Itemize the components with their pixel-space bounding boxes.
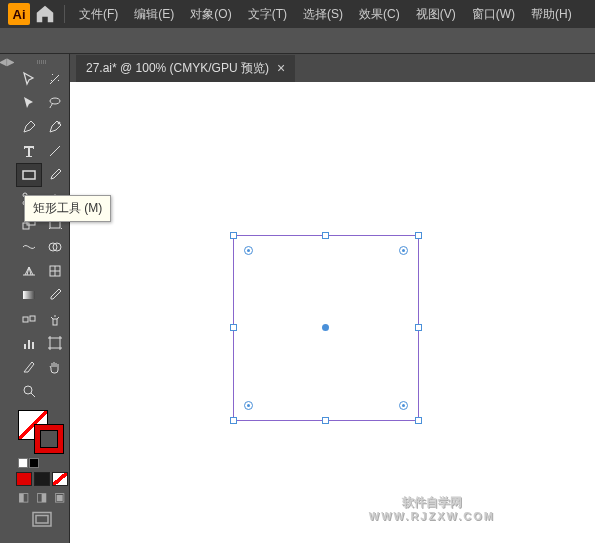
eyedropper-tool[interactable] xyxy=(43,284,67,306)
type-tool[interactable] xyxy=(17,140,41,162)
tab-label: 27.ai* @ 100% (CMYK/GPU 预览) xyxy=(86,60,269,77)
artboard-tool[interactable] xyxy=(43,332,67,354)
magic-wand-tool[interactable] xyxy=(43,68,67,90)
lasso-tool[interactable] xyxy=(43,92,67,114)
corner-widget-ne[interactable] xyxy=(399,246,408,255)
handle-s[interactable] xyxy=(322,417,329,424)
svg-rect-18 xyxy=(50,338,60,348)
selection-tool[interactable] xyxy=(17,68,41,90)
tab-bar: 27.ai* @ 100% (CMYK/GPU 预览) × xyxy=(70,54,595,82)
menu-effect[interactable]: 效果(C) xyxy=(353,2,406,27)
menubar: Ai 文件(F) 编辑(E) 对象(O) 文字(T) 选择(S) 效果(C) 视… xyxy=(0,0,595,28)
corner-widget-sw[interactable] xyxy=(244,401,253,410)
center-point xyxy=(322,324,329,331)
perspective-grid-tool[interactable] xyxy=(17,260,41,282)
close-icon[interactable]: × xyxy=(277,61,285,75)
collapse-arrow-icon: ◀▶ xyxy=(0,56,15,67)
fill-stroke-swatch[interactable] xyxy=(18,410,66,454)
watermark: 软件自学网 WWW.RJZXW.COM xyxy=(369,495,495,523)
document-tab[interactable]: 27.ai* @ 100% (CMYK/GPU 预览) × xyxy=(76,55,295,82)
color-mode-row xyxy=(16,472,68,486)
column-graph-tool[interactable] xyxy=(17,332,41,354)
swap-default-icons[interactable] xyxy=(18,458,39,468)
mesh-tool[interactable] xyxy=(43,260,67,282)
color-black[interactable] xyxy=(34,472,50,486)
paintbrush-tool[interactable] xyxy=(43,164,67,186)
draw-behind-icon[interactable]: ◨ xyxy=(34,490,50,504)
handle-se[interactable] xyxy=(415,417,422,424)
control-bar xyxy=(0,28,595,54)
svg-rect-16 xyxy=(28,340,30,349)
screen-mode-row: ◧ ◨ ▣ xyxy=(16,490,68,504)
watermark-sub: WWW.RJZXW.COM xyxy=(369,510,495,523)
direct-selection-tool[interactable] xyxy=(17,92,41,114)
corner-widget-se[interactable] xyxy=(399,401,408,410)
watermark-main: 软件自学网 xyxy=(369,495,495,509)
line-tool[interactable] xyxy=(43,140,67,162)
panel-collapse-strip[interactable]: ◀▶ xyxy=(0,54,14,543)
menu-file[interactable]: 文件(F) xyxy=(73,2,124,27)
handle-n[interactable] xyxy=(322,232,329,239)
gradient-tool[interactable] xyxy=(17,284,41,306)
symbol-sprayer-tool[interactable] xyxy=(43,308,67,330)
menu-select[interactable]: 选择(S) xyxy=(297,2,349,27)
menu-edit[interactable]: 编辑(E) xyxy=(128,2,180,27)
svg-rect-21 xyxy=(36,516,48,524)
color-red[interactable] xyxy=(16,472,32,486)
width-tool[interactable] xyxy=(17,236,41,258)
rectangle-shape[interactable] xyxy=(233,235,419,421)
menu-type[interactable]: 文字(T) xyxy=(242,2,293,27)
shape-builder-tool[interactable] xyxy=(43,236,67,258)
zoom-tool[interactable] xyxy=(17,380,41,402)
handle-ne[interactable] xyxy=(415,232,422,239)
svg-rect-2 xyxy=(23,171,35,179)
toolbar-grip[interactable] xyxy=(27,60,57,64)
handle-sw[interactable] xyxy=(230,417,237,424)
menu-window[interactable]: 窗口(W) xyxy=(466,2,521,27)
svg-rect-11 xyxy=(23,291,35,299)
menu-object[interactable]: 对象(O) xyxy=(184,2,237,27)
svg-point-0 xyxy=(50,98,60,104)
menu-help[interactable]: 帮助(H) xyxy=(525,2,578,27)
svg-rect-13 xyxy=(30,316,35,321)
app-logo: Ai xyxy=(8,3,30,25)
svg-rect-15 xyxy=(24,344,26,349)
draw-inside-icon[interactable]: ▣ xyxy=(52,490,68,504)
svg-point-1 xyxy=(58,122,60,124)
tooltip: 矩形工具 (M) xyxy=(24,195,111,222)
handle-w[interactable] xyxy=(230,324,237,331)
curvature-tool[interactable] xyxy=(43,116,67,138)
blend-tool[interactable] xyxy=(17,308,41,330)
slice-tool[interactable] xyxy=(17,356,41,378)
pen-tool[interactable] xyxy=(17,116,41,138)
svg-rect-14 xyxy=(53,319,57,325)
toolbar: ◧ ◨ ▣ xyxy=(14,54,70,543)
corner-widget-nw[interactable] xyxy=(244,246,253,255)
svg-rect-12 xyxy=(23,317,28,322)
svg-rect-5 xyxy=(23,223,29,229)
document-area: 27.ai* @ 100% (CMYK/GPU 预览) × xyxy=(70,54,595,543)
menu-view[interactable]: 视图(V) xyxy=(410,2,462,27)
artboard: 软件自学网 WWW.RJZXW.COM xyxy=(70,82,595,543)
handle-e[interactable] xyxy=(415,324,422,331)
hand-tool[interactable] xyxy=(43,356,67,378)
color-none[interactable] xyxy=(52,472,68,486)
rectangle-tool[interactable] xyxy=(17,164,41,186)
separator xyxy=(64,5,65,23)
canvas[interactable]: 软件自学网 WWW.RJZXW.COM xyxy=(70,82,595,543)
handle-nw[interactable] xyxy=(230,232,237,239)
svg-rect-17 xyxy=(32,342,34,349)
stroke-swatch[interactable] xyxy=(34,424,64,454)
home-icon[interactable] xyxy=(34,3,56,25)
draw-normal-icon[interactable]: ◧ xyxy=(16,490,32,504)
svg-point-19 xyxy=(24,386,32,394)
screen-mode-button[interactable] xyxy=(30,510,54,530)
